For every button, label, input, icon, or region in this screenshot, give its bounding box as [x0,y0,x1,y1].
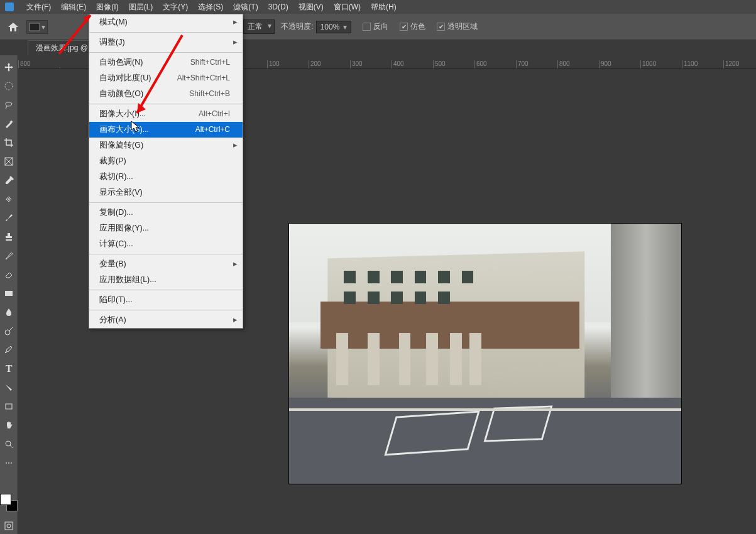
app-logo-icon [5,3,14,11]
hand-tool[interactable] [0,417,18,433]
path-tool[interactable] [0,379,18,396]
zoom-tool[interactable] [0,436,18,452]
menu-item-shortcut: Alt+Ctrl+I [199,109,230,119]
menu-item[interactable]: 变量(B) [89,256,243,272]
zoom-icon [4,439,14,449]
tool-bar: T ⋯ [0,55,18,534]
ruler-tick: 800 [18,60,60,68]
color-swatches[interactable] [0,494,18,511]
menu-select[interactable]: 选择(S) [193,0,228,14]
menu-item[interactable]: 裁剪(P) [89,153,243,169]
ruler-tick: 800 [557,60,599,68]
menu-item-label: 分析(A) [99,315,230,325]
menu-help[interactable]: 帮助(H) [366,0,402,14]
annotation-arrow-2 [126,30,189,124]
eyedropper-tool[interactable] [0,172,18,188]
menu-window[interactable]: 窗口(W) [329,0,366,14]
crop-tool[interactable] [0,134,18,151]
menu-type[interactable]: 文字(Y) [158,0,193,14]
ruler-tick: 700 [516,60,557,68]
blur-icon [4,307,14,317]
reverse-checkbox[interactable]: 反向 [363,21,388,32]
menu-item[interactable]: 显示全部(V) [89,185,243,200]
menu-item[interactable]: 裁切(R)... [89,169,243,185]
rect-tool[interactable] [0,398,18,415]
opacity-label: 不透明度: [281,21,313,32]
brush-icon [4,213,14,223]
menu-item[interactable]: 应用图像(Y)... [89,221,243,236]
dodge-tool[interactable] [0,323,18,339]
home-button[interactable] [6,21,20,33]
wand-icon [4,119,14,129]
menu-item-label: 陷印(T)... [99,295,230,305]
frame-tool[interactable] [0,153,18,170]
lasso-tool[interactable] [0,97,18,113]
eraser-icon [4,270,14,280]
menu-item[interactable]: 计算(C)... [89,236,243,252]
blur-tool[interactable] [0,304,18,320]
document-image [288,223,682,484]
healing-tool[interactable] [0,191,18,207]
opacity-value[interactable]: 100%▾ [316,21,352,33]
menu-item[interactable]: 应用数据组(L)... [89,272,243,288]
menu-item[interactable]: 陷印(T)... [89,292,243,308]
menu-view[interactable]: 视图(V) [293,0,329,14]
menu-item-shortcut: Shift+Ctrl+L [190,57,230,68]
frame-icon [4,156,14,166]
menu-item-label: 裁剪(P) [99,156,230,166]
foreground-swatch[interactable] [0,494,11,505]
doc-preset-button[interactable]: ▾ [26,20,48,34]
menu-item-label: 显示全部(V) [99,187,230,198]
menu-item[interactable]: 图像旋转(G) [89,138,243,153]
mode-dropdown[interactable]: 正常 [243,19,275,34]
menu-separator [89,290,243,290]
rect-icon [4,401,14,411]
menu-item[interactable]: 复制(D)... [89,205,243,221]
menu-item-shortcut: Alt+Ctrl+C [195,124,230,135]
history-brush-tool[interactable] [0,248,18,264]
ruler-tick: 600 [474,60,516,68]
menu-filter[interactable]: 滤镜(T) [228,0,263,14]
menu-item[interactable]: 分析(A) [89,312,243,328]
svg-line-12 [137,35,182,113]
pen-icon [4,345,14,355]
eraser-tool[interactable] [0,266,18,283]
menu-item-label: 应用数据组(L)... [99,275,230,285]
document-icon [29,23,40,31]
menu-item-label: 变量(B) [99,259,230,270]
stamp-tool[interactable] [0,229,18,245]
menu-layer[interactable]: 图层(L) [124,0,158,14]
marquee-icon [4,81,14,91]
ruler-tick: 900 [599,60,640,68]
eyedropper-icon [4,175,14,185]
quick-mask[interactable] [0,518,18,534]
svg-point-9 [7,524,11,528]
type-tool[interactable]: T [0,361,18,377]
ruler-tick: 200 [309,60,350,68]
menu-separator [89,310,243,310]
menu-file[interactable]: 文件(F) [21,0,56,14]
menu-item[interactable]: 模式(M) [89,14,243,30]
dither-checkbox[interactable]: 仿色 [400,21,425,32]
lasso-icon [4,100,14,110]
ruler-tick: 1000 [640,60,682,68]
gradient-icon [4,288,14,298]
gradient-tool[interactable] [0,285,18,302]
pen-tool[interactable] [0,342,18,358]
more-tools[interactable]: ⋯ [0,455,18,471]
transparency-checkbox[interactable]: 透明区域 [437,21,478,32]
wand-tool[interactable] [0,116,18,132]
path-icon [4,383,14,393]
mouse-cursor-icon [131,121,141,133]
home-icon [8,22,19,32]
ruler-tick: 100 [267,60,309,68]
marquee-tool[interactable] [0,78,18,94]
menu-item-label: 画布大小(S)... [99,124,195,135]
move-tool[interactable] [0,59,18,75]
history-brush-icon [4,251,14,261]
dodge-icon [4,326,14,336]
menu-3d[interactable]: 3D(D) [263,0,293,14]
menu-item-label: 裁切(R)... [99,172,230,182]
brush-tool[interactable] [0,210,18,226]
menu-item-label: 复制(D)... [99,207,230,218]
